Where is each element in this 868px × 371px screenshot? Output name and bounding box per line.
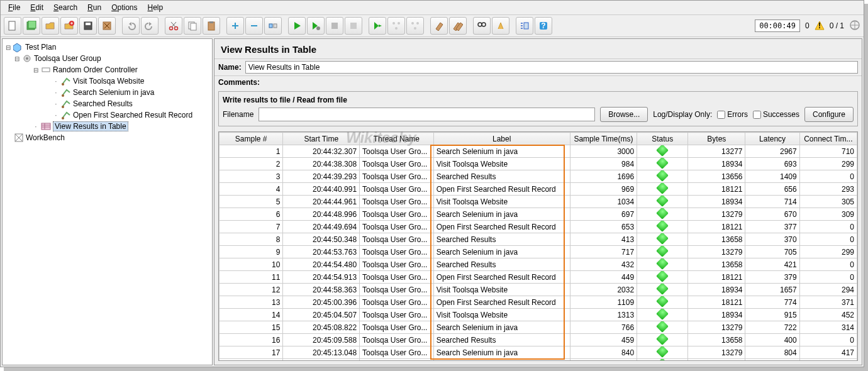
table-row[interactable]: 1820:45:13.889Toolsqa User Gro...Searche… [220, 359, 857, 362]
table-row[interactable]: 420:44:40.991Toolsqa User Gro...Open Fir… [220, 183, 857, 196]
menu-edit[interactable]: Edit [26, 2, 47, 13]
menu-run[interactable]: Run [84, 2, 105, 13]
svg-point-34 [62, 83, 64, 86]
copy-icon[interactable] [184, 17, 201, 35]
table-row[interactable]: 1720:45:13.048Toolsqa User Gro...Search … [220, 346, 857, 359]
reset-search-icon[interactable] [492, 17, 509, 35]
table-row[interactable]: 1420:45:04.507Toolsqa User Gro...Visit T… [220, 309, 857, 321]
tree-sampler[interactable]: ·Visit Toolsqa Website [3, 75, 212, 87]
shutdown-icon[interactable] [345, 17, 362, 35]
function-helper-icon[interactable] [516, 17, 533, 35]
templates-icon[interactable] [23, 17, 40, 35]
status-success-icon [656, 246, 669, 257]
file-legend: Write results to file / Read from file [223, 96, 854, 104]
configure-button[interactable]: Configure [804, 107, 854, 122]
open-icon[interactable] [42, 17, 59, 35]
clear-all-icon[interactable] [449, 17, 467, 35]
status-success-icon [656, 359, 669, 362]
content-panel: View Results in Table Name: Comments: Wr… [214, 38, 862, 365]
col-header[interactable]: Thread Name [360, 133, 434, 145]
table-row[interactable]: 1320:45:00.396Toolsqa User Gro...Open Fi… [220, 296, 857, 309]
col-header[interactable]: Bytes [688, 133, 745, 145]
col-header[interactable]: Status [637, 133, 688, 145]
tree-controller[interactable]: ⊟Random Order Controller [3, 64, 212, 75]
remove-icon[interactable] [245, 17, 263, 35]
col-header[interactable]: Sample Time(ms) [570, 133, 637, 145]
redo-icon[interactable] [141, 17, 159, 35]
save-as-icon[interactable] [98, 17, 116, 35]
table-row[interactable]: 1220:44:58.363Toolsqa User Gro...Visit T… [220, 284, 857, 296]
help-icon[interactable]: ? [535, 17, 552, 35]
table-row[interactable]: 720:44:49.694Toolsqa User Gro...Open Fir… [220, 221, 857, 233]
svg-rect-38 [42, 123, 50, 130]
tree-test-plan[interactable]: ⊟Test Plan [3, 42, 212, 53]
save-icon[interactable] [79, 17, 97, 35]
status-success-icon [656, 271, 669, 282]
browse-button[interactable]: Browse... [600, 107, 648, 122]
menu-search[interactable]: Search [50, 2, 81, 13]
successes-checkbox[interactable]: Successes [753, 110, 799, 119]
clear-icon[interactable] [430, 17, 448, 35]
svg-rect-10 [191, 23, 196, 30]
start-no-pause-icon[interactable] [307, 17, 325, 35]
menu-options[interactable]: Options [108, 2, 141, 13]
paste-icon[interactable] [203, 17, 220, 35]
col-header[interactable]: Latency [745, 133, 799, 145]
col-header[interactable]: Label [433, 133, 570, 145]
table-row[interactable]: 320:44:39.293Toolsqa User Gro...Searched… [220, 170, 857, 183]
stop-icon[interactable] [326, 17, 343, 35]
tree-listener[interactable]: ·View Results in Table [3, 121, 212, 132]
status-success-icon [656, 145, 669, 157]
tree-sampler[interactable]: ·Searched Results [3, 98, 212, 109]
menu-file[interactable]: File [4, 2, 24, 13]
status-success-icon [656, 221, 669, 232]
tree-sampler[interactable]: ·Search Selenium in java [3, 87, 212, 98]
name-input[interactable] [245, 61, 858, 74]
thread-count: 0 / 1 [830, 21, 844, 30]
col-header[interactable]: Sample # [220, 133, 283, 145]
status-success-icon [656, 284, 669, 295]
table-row[interactable]: 1020:44:54.480Toolsqa User Gro...Searche… [220, 258, 857, 271]
add-icon[interactable] [226, 17, 244, 35]
test-plan-tree[interactable]: ⊟Test Plan ⊟Toolsqa User Group ⊟Random O… [2, 38, 213, 365]
status-success-icon [656, 258, 669, 270]
tree-sampler[interactable]: ·Open First Searched Result Record [3, 109, 212, 121]
table-row[interactable]: 220:44:38.308Toolsqa User Gro...Visit To… [220, 158, 857, 170]
tree-thread-group[interactable]: ⊟Toolsqa User Group [3, 53, 212, 64]
svg-point-22 [416, 22, 419, 25]
start-icon[interactable] [288, 17, 306, 35]
errors-checkbox[interactable]: Errors [717, 110, 748, 119]
table-row[interactable]: 820:44:50.348Toolsqa User Gro...Searched… [220, 233, 857, 246]
table-row[interactable]: 1520:45:08.822Toolsqa User Gro...Search … [220, 321, 857, 334]
close-icon[interactable] [60, 17, 78, 35]
svg-rect-0 [9, 21, 15, 30]
table-row[interactable]: 620:44:48.996Toolsqa User Gro...Search S… [220, 208, 857, 221]
remote-start-all-icon[interactable] [387, 17, 405, 35]
remote-start-icon[interactable] [369, 17, 386, 35]
undo-icon[interactable] [122, 17, 140, 35]
new-icon[interactable] [4, 17, 21, 35]
menu-help[interactable]: Help [144, 2, 167, 13]
table-row[interactable]: 1120:44:54.913Toolsqa User Gro...Open Fi… [220, 271, 857, 284]
logonly-label: Log/Display Only: [653, 110, 712, 119]
filename-input[interactable] [259, 108, 595, 121]
menubar: FileEditSearchRunOptionsHelp [1, 1, 864, 15]
status-success-icon [656, 233, 669, 245]
svg-text:?: ? [541, 21, 545, 30]
table-row[interactable]: 520:44:44.961Toolsqa User Gro...Visit To… [220, 196, 857, 208]
col-header[interactable]: Start Time [283, 133, 360, 145]
cut-icon[interactable] [165, 17, 182, 35]
toggle-icon[interactable] [264, 17, 282, 35]
table-row[interactable]: 920:44:53.763Toolsqa User Gro...Search S… [220, 246, 857, 258]
results-table[interactable]: Sample #Start TimeThread NameLabelSample… [218, 131, 858, 361]
tree-workbench[interactable]: WorkBench [3, 132, 212, 143]
status-success-icon [656, 334, 669, 345]
search-icon[interactable] [473, 17, 491, 35]
status-success-icon [656, 208, 669, 219]
svg-rect-17 [350, 23, 357, 29]
table-row[interactable]: 1620:45:09.588Toolsqa User Gro...Searche… [220, 334, 857, 346]
svg-point-8 [175, 27, 178, 30]
col-header[interactable]: Connect Tim... [799, 133, 857, 145]
table-row[interactable]: 120:44:32.307Toolsqa User Gro...Search S… [220, 145, 857, 158]
remote-stop-icon[interactable] [406, 17, 424, 35]
